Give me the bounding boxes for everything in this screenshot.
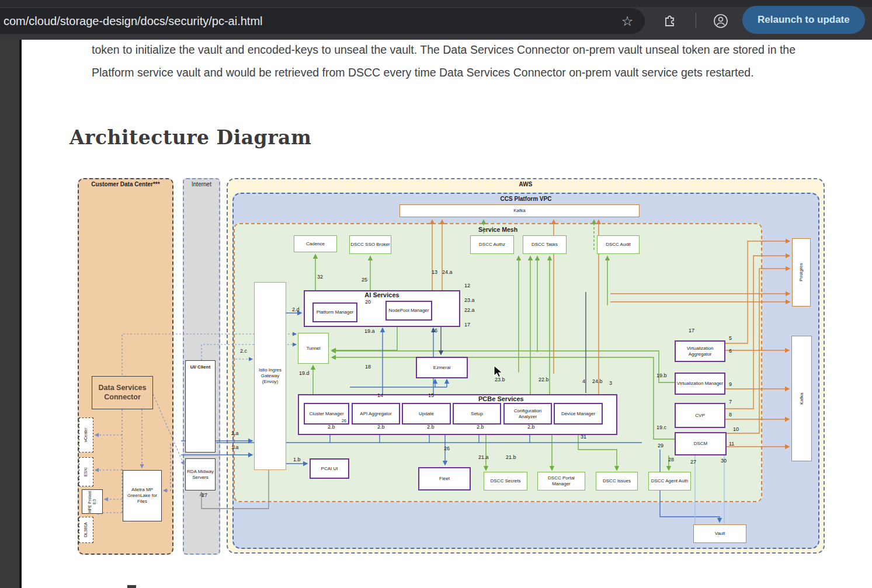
edge-label: 24.b xyxy=(592,378,603,384)
cluster-manager-subscript: 26 xyxy=(342,419,346,423)
dscc-portal-manager-node: DSCC Portal Manager xyxy=(537,472,585,490)
window-left-strip xyxy=(0,40,19,588)
edge-label: 20 xyxy=(365,299,371,305)
istio-ingress-gateway-node: Istio Ingres Gateway (Envoy) xyxy=(254,282,286,470)
dscc-agent-auth-node: DSCC Agent Auth xyxy=(648,472,691,490)
browser-toolbar: com/cloud/storage-design/docs/security/p… xyxy=(0,0,872,40)
window-left-edge xyxy=(19,40,22,588)
edge-label: 19.b xyxy=(656,373,667,378)
pcbe-services-label: PCBe Services xyxy=(478,395,524,402)
edge-label: 22.b xyxy=(539,377,549,382)
edge-label: 4 xyxy=(582,378,585,384)
cvp-node: CVP xyxy=(675,403,725,428)
url-text[interactable]: com/cloud/storage-design/docs/security/p… xyxy=(0,15,263,28)
edge-label: 23.a xyxy=(464,297,475,303)
edge-label: 28 xyxy=(668,457,674,462)
edge-label: 19.a xyxy=(364,328,375,334)
edge-label: 2.b xyxy=(477,424,484,430)
edge-label: 2.b xyxy=(328,424,335,430)
edge-label: 5 xyxy=(729,335,732,341)
vcenter-node: vCenter xyxy=(79,417,93,453)
architecture-diagram: Customer Data Center*** Internet AWS CCS… xyxy=(70,171,826,559)
edge-label: 6 xyxy=(729,348,732,354)
pcai-ui-node: PCAI UI xyxy=(310,458,349,479)
edge-label: 15 xyxy=(428,392,434,398)
alletra-greenlake-node: Alletra MP GreenLake for Files xyxy=(123,470,162,521)
virtualization-manager-node: Virtualization Manager xyxy=(675,373,725,395)
edge-label: 22.a xyxy=(464,307,475,313)
cadence-node: Cadence xyxy=(294,235,337,252)
edge-label: 2.c xyxy=(240,348,247,354)
edge-label: 17 xyxy=(464,322,470,328)
edge-label: 9 xyxy=(729,381,732,387)
ai-services-label: AI Services xyxy=(304,291,460,298)
hpe-proliant-node: HPE Proliant 8.0 xyxy=(82,489,103,514)
dscc-issues-node: DSCC Issues xyxy=(596,472,638,490)
fleet-node: Fleet xyxy=(418,467,471,490)
edge-label: 27 xyxy=(202,492,207,498)
next-heading-partial xyxy=(127,585,136,588)
toolbar-divider xyxy=(696,13,696,28)
edge-label: 7 xyxy=(729,399,732,405)
edge-label: 2.b xyxy=(527,424,535,430)
edge-label: 17 xyxy=(689,328,694,333)
kafka-right-node: Kafka xyxy=(791,336,812,461)
extensions-icon[interactable] xyxy=(659,11,680,32)
address-bar[interactable]: com/cloud/storage-design/docs/security/p… xyxy=(0,8,645,34)
platform-manager-node: Platform Manager xyxy=(312,302,357,322)
vault-node: Vault xyxy=(693,524,746,543)
dscc-audit-node: DSCC Audit xyxy=(597,235,640,254)
edge-label: 16 xyxy=(432,328,437,333)
profile-icon[interactable] xyxy=(710,11,731,32)
dscc-secrets-node: DSCC Secrets xyxy=(484,472,527,490)
edge-label: 8 xyxy=(729,412,732,417)
page-title: Architecture Diagram xyxy=(70,126,311,149)
edge-label: 2.b xyxy=(427,424,435,430)
edge-label: 1.a xyxy=(231,444,239,450)
postgres-node: Postgres xyxy=(792,238,811,307)
edge-label: 1.b xyxy=(293,457,301,462)
edge-label: 11 xyxy=(729,441,734,447)
edge-label: 26 xyxy=(444,446,450,451)
nodepool-manager-node: NodePool Manager xyxy=(385,301,432,321)
ui-client-node: UI/ Client xyxy=(185,360,216,453)
mouse-cursor xyxy=(494,366,506,380)
body-paragraph: token to initialize the vault and encode… xyxy=(92,39,835,83)
dscc-sso-broker-node: DSCC SSO Broker xyxy=(349,235,391,254)
esxi-node: ESXi xyxy=(79,457,93,486)
virtualization-aggregator-node: Virtualization Aggregator xyxy=(675,340,725,362)
dscc-tasks-node: DSCC Tasks xyxy=(523,235,567,254)
edge-label: 18 xyxy=(365,364,371,370)
device-manager-node: Device Manager xyxy=(554,403,603,425)
data-services-connector-node: Data Services Connector xyxy=(92,376,153,409)
edge-label: 2.b xyxy=(377,424,385,430)
dscc-authz-node: DSCC Authz xyxy=(470,235,514,254)
edge-label: 30 xyxy=(721,458,727,464)
edge-label: 24.a xyxy=(442,269,453,275)
update-node: Update xyxy=(402,403,451,425)
edge-label: 19.c xyxy=(656,425,666,430)
bookmark-star-icon[interactable]: ☆ xyxy=(614,8,640,34)
api-aggregator-node: API Aggregator xyxy=(352,403,400,425)
relaunch-button[interactable]: Relaunch to update xyxy=(742,6,865,34)
ezmeral-node: Ezmeral xyxy=(416,357,468,378)
dscm-node: DSCM xyxy=(675,432,727,455)
edge-label: 31 xyxy=(581,434,586,440)
setup-node: Setup xyxy=(453,403,501,425)
edge-label: 10 xyxy=(733,426,739,432)
edge-label: 21.a xyxy=(478,454,489,460)
edge-label: 21.b xyxy=(506,454,516,460)
edge-label: 3 xyxy=(609,380,612,386)
edge-label: 14 xyxy=(377,392,383,398)
edge-label: 25 xyxy=(362,277,367,283)
configuration-analyzer-node: Configuration Analyzer xyxy=(503,403,552,425)
edge-label: 27 xyxy=(690,459,696,465)
edge-label: 19.d xyxy=(299,370,310,376)
edge-label: 2.a xyxy=(231,430,239,436)
tab-strip xyxy=(0,0,872,7)
edge-label: 29 xyxy=(658,443,663,448)
edge-label: 12 xyxy=(464,283,470,288)
edge-label: 2.d xyxy=(292,307,300,312)
dl380a-node: DL380A xyxy=(79,517,93,543)
edge-label: 32 xyxy=(317,274,323,280)
